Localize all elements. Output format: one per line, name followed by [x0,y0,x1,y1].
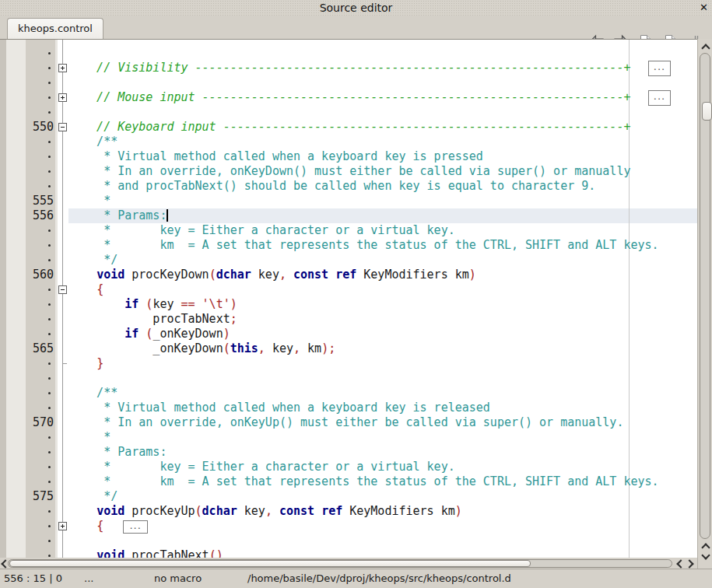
code-line[interactable]: // Visibility --------------------------… [68,61,697,75]
status-bar: 556 : 15 | 0 ... no macro /home/basile/D… [0,569,712,588]
fold-cell [58,179,68,194]
fold-collapse-icon[interactable] [58,285,67,294]
fold-cell [58,504,68,519]
code-line[interactable] [68,46,697,61]
vertical-scroll-thumb[interactable] [702,102,712,121]
code-line[interactable]: * and procTabNext() should be called whe… [68,179,697,194]
line-marker [26,164,55,179]
tab-kheops-control[interactable]: kheops.control [7,18,103,39]
line-marker [26,371,55,386]
code-line[interactable]: */ [68,489,697,504]
line-dot [48,111,51,114]
line-number: 555 [26,194,55,208]
line-dot [48,392,51,394]
line-dot [48,555,51,557]
horizontal-scroll-track[interactable] [8,559,672,568]
code-line[interactable]: // Keyboard input ----------------------… [68,120,697,135]
scroll-left-icon-right[interactable] [676,560,682,566]
code-line[interactable]: * km = A set that represents the status … [68,474,697,489]
collapsed-fold-ellipsis[interactable]: ... [648,61,671,76]
code-line[interactable]: */ [68,253,697,268]
line-marker [26,149,55,164]
code-line[interactable]: * key = Either a character or a virtual … [68,223,697,238]
line-marker [26,75,55,90]
code-line[interactable]: * Params: [68,445,697,460]
code-line[interactable]: if (_onKeyDown) [68,327,697,341]
code-line[interactable]: * key = Either a character or a virtual … [68,460,697,474]
code-line[interactable]: /** [68,386,697,401]
scroll-down-icon[interactable] [702,552,708,558]
line-number: 565 [26,341,55,356]
close-icon[interactable]: ✕ [700,2,708,14]
line-marker [26,504,55,519]
fold-margin [58,40,68,558]
code-line[interactable]: _onKeyDown(this, key, km); [68,341,697,356]
code-line[interactable]: * km = A set that represents the status … [68,238,697,253]
fold-cell [58,519,68,534]
fold-expand-icon[interactable] [58,93,67,102]
scroll-up-icon-bottom[interactable] [702,543,708,549]
line-marker [26,460,55,474]
code-line[interactable]: /** [68,135,697,149]
line-dot [48,52,51,54]
code-line[interactable]: * [68,194,697,208]
code-line[interactable]: procTabNext; [68,312,697,327]
code-line[interactable] [68,534,697,548]
line-dot [48,333,51,335]
code-line[interactable] [68,371,697,386]
code-line[interactable]: if (key == '\t') [68,297,697,312]
collapsed-fold-ellipsis[interactable]: ... [123,520,148,534]
line-marker [26,90,55,105]
code-line[interactable]: * Virtual method called when a keyboard … [68,149,697,164]
code-editor[interactable]: 550555556560565570575 // Visibility ----… [0,39,712,558]
code-line[interactable]: * In an override, onKeyUp() must either … [68,415,697,430]
vertical-scrollbar[interactable] [697,39,712,569]
code-line[interactable]: * Virtual method called when a keyboard … [68,401,697,415]
fold-cell [58,371,68,386]
fold-cell [58,208,68,223]
collapsed-fold-ellipsis[interactable]: ... [648,90,671,106]
line-marker [26,474,55,489]
fold-cell [58,548,68,558]
line-marker [26,386,55,401]
code-line[interactable] [68,105,697,120]
code-line[interactable]: * In an override, onKeyDown() must eithe… [68,164,697,179]
code-line[interactable]: * [68,430,697,445]
code-area[interactable]: // Visibility --------------------------… [68,40,697,558]
line-dot [48,466,51,468]
fold-cell [58,415,68,430]
code-line[interactable]: } [68,356,697,371]
source-editor-window: Source editor ✕ kheops.control [0,0,712,588]
fold-cell [58,135,68,149]
vertical-scroll-track[interactable] [700,53,710,539]
line-dot [48,259,51,261]
code-line[interactable]: { [68,282,697,297]
code-line[interactable]: {... [68,519,697,534]
current-code-line[interactable]: * Params: [68,208,697,223]
line-dot [48,229,51,232]
code-line[interactable]: void procKeyDown(dchar key, const ref Ke… [68,268,697,282]
macro-status: no macro [154,569,202,588]
horizontal-scroll-thumb[interactable] [9,560,531,567]
fold-collapse-icon[interactable] [58,123,67,131]
line-number: 560 [26,268,55,282]
scroll-up-icon[interactable] [702,44,708,50]
fold-cell [58,149,68,164]
horizontal-scrollbar[interactable] [0,558,697,569]
scroll-left-icon[interactable] [1,560,7,566]
line-marker [26,534,55,548]
code-line[interactable]: void procTabNext() [68,548,697,558]
fold-expand-icon[interactable] [58,64,67,72]
fold-expand-icon[interactable] [58,522,67,530]
code-line[interactable]: void procKeyUp(dchar key, const ref KeyM… [68,504,697,519]
fold-cell [58,341,68,356]
line-dot [48,525,51,527]
tab-bar: kheops.control [0,16,712,39]
code-line[interactable] [68,75,697,90]
code-line[interactable]: // Mouse input -------------------------… [68,90,697,105]
line-dot [48,362,51,365]
dock-header[interactable]: Source editor ✕ [0,0,712,16]
line-number: 556 [26,208,55,223]
line-dot [48,244,51,247]
scroll-right-icon[interactable] [686,560,693,566]
